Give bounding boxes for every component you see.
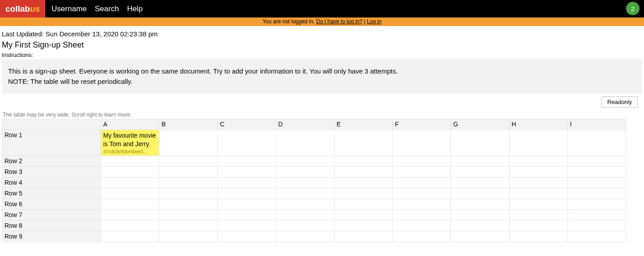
cell[interactable] <box>509 156 567 166</box>
cell[interactable] <box>217 177 276 188</box>
cell[interactable] <box>334 188 393 199</box>
cell[interactable] <box>451 177 509 188</box>
cell[interactable] <box>101 199 159 209</box>
cell[interactable] <box>567 231 626 242</box>
nav-username[interactable]: Username <box>52 4 86 13</box>
cell[interactable] <box>276 220 334 231</box>
cell[interactable] <box>567 188 626 199</box>
cell[interactable] <box>276 231 334 242</box>
col-header[interactable]: C <box>217 119 276 130</box>
col-header[interactable]: D <box>276 119 334 130</box>
brand-logo[interactable]: collabus <box>0 0 45 17</box>
cell[interactable] <box>276 130 334 156</box>
row-header[interactable]: Row 6 <box>2 199 101 209</box>
cell[interactable] <box>334 166 393 177</box>
cell[interactable] <box>509 199 567 209</box>
col-header[interactable]: B <box>159 119 217 130</box>
row-header[interactable]: Row 9 <box>2 231 101 242</box>
cell[interactable] <box>217 156 276 166</box>
cell[interactable] <box>567 209 626 220</box>
cell[interactable] <box>101 156 159 166</box>
notification-badge[interactable]: 2 <box>626 2 640 15</box>
cell[interactable] <box>509 220 567 231</box>
cell[interactable] <box>159 166 217 177</box>
cell[interactable]: My favourite movie is Tom and Jerry. 37c… <box>101 130 159 156</box>
cell[interactable] <box>393 231 451 242</box>
cell[interactable] <box>567 156 626 166</box>
cell[interactable] <box>217 199 276 209</box>
cell[interactable] <box>393 209 451 220</box>
cell[interactable] <box>509 166 567 177</box>
cell[interactable] <box>217 220 276 231</box>
cell[interactable] <box>451 130 509 156</box>
cell[interactable] <box>101 166 159 177</box>
col-header[interactable]: I <box>567 119 626 130</box>
col-header[interactable]: A <box>101 119 159 130</box>
cell[interactable] <box>451 231 509 242</box>
row-header[interactable]: Row 5 <box>2 188 101 199</box>
cell[interactable] <box>567 130 626 156</box>
cell[interactable] <box>393 177 451 188</box>
cell[interactable] <box>217 166 276 177</box>
cell[interactable] <box>159 177 217 188</box>
cell[interactable] <box>159 231 217 242</box>
cell[interactable] <box>159 156 217 166</box>
col-header[interactable]: E <box>334 119 393 130</box>
cell[interactable] <box>334 209 393 220</box>
cell[interactable] <box>567 220 626 231</box>
cell[interactable] <box>276 156 334 166</box>
cell[interactable] <box>101 177 159 188</box>
cell[interactable] <box>393 199 451 209</box>
col-header[interactable]: H <box>509 119 567 130</box>
cell[interactable] <box>101 220 159 231</box>
cell[interactable] <box>159 130 217 156</box>
cell[interactable] <box>276 188 334 199</box>
cell[interactable] <box>509 231 567 242</box>
cell[interactable] <box>276 199 334 209</box>
cell[interactable] <box>159 209 217 220</box>
row-header[interactable]: Row 8 <box>2 220 101 231</box>
cell[interactable] <box>276 177 334 188</box>
cell[interactable] <box>393 166 451 177</box>
cell[interactable] <box>567 199 626 209</box>
row-header[interactable]: Row 1 <box>2 130 101 156</box>
row-header[interactable]: Row 4 <box>2 177 101 188</box>
col-header[interactable]: G <box>451 119 509 130</box>
cell[interactable] <box>334 177 393 188</box>
cell[interactable] <box>509 209 567 220</box>
row-header[interactable]: Row 2 <box>2 156 101 166</box>
cell[interactable] <box>334 156 393 166</box>
cell[interactable] <box>451 156 509 166</box>
notice-link-login[interactable]: Log in <box>367 18 382 25</box>
col-header[interactable]: F <box>393 119 451 130</box>
nav-search[interactable]: Search <box>95 4 119 13</box>
cell[interactable] <box>101 231 159 242</box>
cell[interactable] <box>451 188 509 199</box>
cell[interactable] <box>509 188 567 199</box>
cell[interactable] <box>393 220 451 231</box>
cell[interactable] <box>567 166 626 177</box>
cell[interactable] <box>567 177 626 188</box>
sheet-scroll[interactable]: A B C D E F G H I Row 1 My favourite mov… <box>2 119 642 242</box>
cell[interactable] <box>159 188 217 199</box>
cell[interactable] <box>509 177 567 188</box>
notice-link-faq[interactable]: Do I have to log in? <box>316 18 362 25</box>
cell[interactable] <box>393 156 451 166</box>
cell[interactable] <box>451 209 509 220</box>
cell[interactable] <box>159 199 217 209</box>
cell[interactable] <box>217 231 276 242</box>
cell[interactable] <box>393 188 451 199</box>
cell[interactable] <box>217 130 276 156</box>
row-header[interactable]: Row 7 <box>2 209 101 220</box>
cell[interactable] <box>393 130 451 156</box>
cell[interactable] <box>451 166 509 177</box>
cell[interactable] <box>101 188 159 199</box>
cell[interactable] <box>451 199 509 209</box>
nav-help[interactable]: Help <box>127 4 143 13</box>
cell[interactable] <box>159 220 217 231</box>
cell[interactable] <box>276 166 334 177</box>
cell[interactable] <box>451 220 509 231</box>
cell[interactable] <box>334 231 393 242</box>
cell[interactable] <box>217 209 276 220</box>
cell[interactable] <box>334 130 393 156</box>
